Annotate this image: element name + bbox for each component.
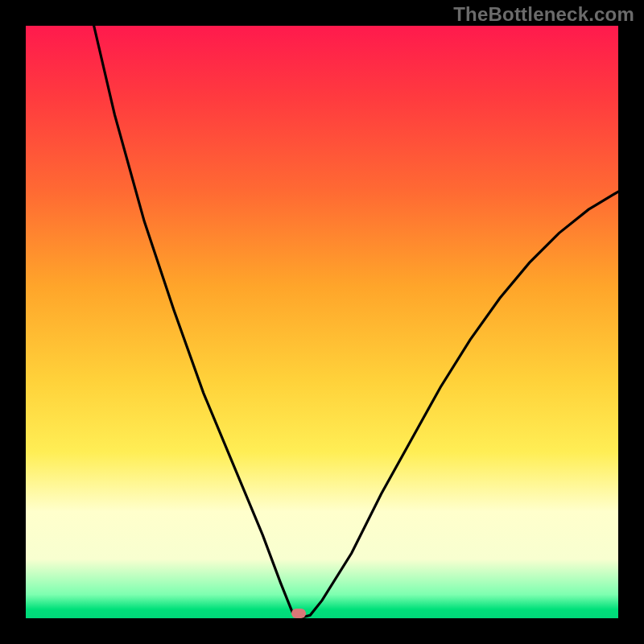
watermark-text: TheBottleneck.com [453,3,634,26]
bottleneck-curve [26,26,618,618]
plot-area [26,26,618,618]
optimum-marker [291,609,306,618]
chart-frame: TheBottleneck.com [0,0,644,644]
